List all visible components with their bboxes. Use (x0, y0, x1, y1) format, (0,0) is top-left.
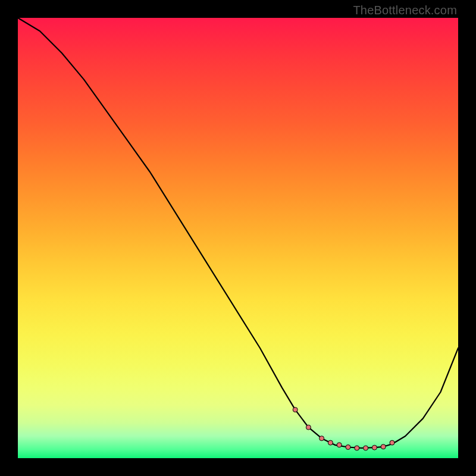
svg-point-9 (381, 444, 386, 449)
svg-point-4 (337, 443, 342, 447)
svg-point-8 (372, 445, 377, 450)
svg-point-5 (346, 445, 350, 450)
svg-point-2 (320, 436, 324, 441)
svg-point-7 (364, 446, 368, 450)
bottleneck-dots (293, 408, 394, 450)
svg-point-6 (355, 446, 359, 450)
svg-point-10 (390, 440, 394, 445)
svg-point-1 (306, 425, 311, 430)
chart-frame: TheBottleneck.com (0, 0, 476, 476)
bottleneck-curve-svg (18, 18, 458, 458)
bottleneck-curve (18, 18, 458, 448)
watermark-text: TheBottleneck.com (353, 4, 457, 17)
svg-point-0 (293, 408, 298, 412)
svg-point-3 (328, 440, 333, 445)
chart-plot-area (18, 18, 458, 458)
